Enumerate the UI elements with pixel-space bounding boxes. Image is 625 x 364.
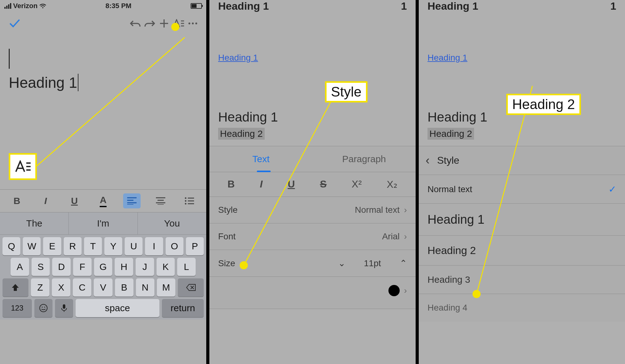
bold-button[interactable]: B	[8, 193, 26, 208]
subscript-button[interactable]: X₂	[387, 178, 397, 190]
italic-button[interactable]: I	[260, 178, 262, 190]
key-o[interactable]: O	[166, 237, 183, 255]
key-return[interactable]: return	[162, 299, 204, 317]
svg-point-3	[185, 197, 187, 199]
superscript-button[interactable]: X²	[352, 178, 362, 190]
style-option-h1[interactable]: Heading 1	[419, 204, 625, 236]
bold-button[interactable]: B	[228, 178, 235, 190]
predict-2[interactable]: I'm	[69, 212, 138, 234]
clock-label: 8:35 PM	[106, 2, 132, 10]
style-option-h4[interactable]: Heading 4	[419, 294, 625, 322]
size-value: 11pt	[364, 258, 381, 268]
redo-button[interactable]	[142, 16, 157, 31]
key-backspace[interactable]	[178, 278, 204, 297]
doc-header: Heading 1 1	[209, 0, 416, 15]
done-button[interactable]	[8, 16, 22, 31]
style-header-label: Style	[437, 155, 459, 166]
style-label: Style	[218, 205, 238, 215]
tab-text[interactable]: Text	[209, 146, 312, 172]
size-label: Size	[218, 258, 235, 268]
doc-header-count: 1	[610, 0, 616, 12]
key-y[interactable]: Y	[104, 237, 122, 255]
doc-header-title: Heading 1	[428, 0, 478, 12]
bullet-list-button[interactable]	[181, 193, 198, 208]
style-option-h3[interactable]: Heading 3	[419, 266, 625, 294]
key-a[interactable]: A	[11, 258, 29, 276]
text-cursor	[9, 49, 10, 69]
insert-button[interactable]	[157, 16, 171, 31]
key-space[interactable]: space	[76, 299, 159, 317]
callout-dot	[240, 261, 248, 269]
size-decrease[interactable]: ⌄	[338, 258, 345, 268]
toc-link[interactable]: Heading 1	[419, 15, 625, 63]
svg-point-5	[185, 203, 187, 205]
key-w[interactable]: W	[23, 237, 41, 255]
key-t[interactable]: T	[84, 237, 102, 255]
doc-heading1: Heading 1	[9, 74, 77, 91]
key-emoji[interactable]	[34, 299, 52, 317]
key-j[interactable]: J	[136, 258, 154, 276]
doc-header-title: Heading 1	[218, 0, 269, 12]
svg-point-6	[40, 304, 47, 312]
key-i[interactable]: I	[145, 237, 163, 255]
callout-dot	[472, 290, 481, 298]
key-c[interactable]: C	[73, 278, 91, 297]
key-z[interactable]: Z	[31, 278, 49, 297]
key-l[interactable]: L	[177, 258, 196, 276]
document-preview[interactable]: Heading 1 Heading 2	[209, 63, 416, 146]
key-m[interactable]: M	[157, 278, 175, 297]
font-row[interactable]: Font Arial›	[209, 223, 416, 250]
status-bar: Verizon 8:35 PM	[0, 0, 206, 11]
key-x[interactable]: X	[52, 278, 70, 297]
svg-rect-9	[63, 304, 65, 309]
font-value: Arial	[382, 232, 400, 242]
align-left-button[interactable]	[123, 193, 141, 208]
battery-icon	[191, 3, 202, 9]
format-tabs: Text Paragraph	[209, 146, 416, 172]
key-d[interactable]: D	[52, 258, 71, 276]
key-u[interactable]: U	[125, 237, 142, 255]
key-h[interactable]: H	[115, 258, 133, 276]
style-option-normal[interactable]: Normal text ✓	[419, 175, 625, 204]
more-button[interactable]	[186, 16, 200, 31]
preview-heading2-selected: Heading 2	[218, 128, 265, 140]
key-s[interactable]: S	[32, 258, 50, 276]
key-shift[interactable]	[2, 278, 28, 297]
italic-button[interactable]: I	[37, 193, 54, 208]
key-f[interactable]: F	[73, 258, 92, 276]
key-mic[interactable]	[55, 299, 73, 317]
style-option-h2[interactable]: Heading 2	[419, 236, 625, 266]
key-q[interactable]: Q	[2, 237, 20, 255]
back-button[interactable]: ‹	[426, 154, 430, 167]
toc-link[interactable]: Heading 1	[209, 15, 416, 63]
style-row[interactable]: Style Normal text›	[209, 197, 416, 223]
key-b[interactable]: B	[115, 278, 133, 297]
key-k[interactable]: K	[157, 258, 175, 276]
text-color-row[interactable]: ›	[209, 277, 416, 309]
key-numbers[interactable]: 123	[2, 299, 32, 317]
key-p[interactable]: P	[186, 237, 204, 255]
font-label: Font	[218, 232, 236, 242]
text-format-row: B I U S X² X₂	[209, 172, 416, 197]
key-e[interactable]: E	[43, 237, 61, 255]
wifi-icon	[39, 3, 46, 8]
key-g[interactable]: G	[94, 258, 112, 276]
panel-text-format: Heading 1 1 Heading 1 Heading 1 Heading …	[209, 0, 416, 364]
key-r[interactable]: R	[64, 237, 82, 255]
panel-style-picker: Heading 1 1 Heading 1 Heading 1 Heading …	[419, 0, 625, 364]
tab-paragraph[interactable]: Paragraph	[312, 146, 416, 172]
svg-point-4	[185, 200, 187, 202]
key-n[interactable]: N	[136, 278, 154, 297]
predict-3[interactable]: You	[138, 212, 206, 234]
callout-format-icon	[9, 153, 37, 180]
align-center-button[interactable]	[152, 193, 169, 208]
underline-button[interactable]: U	[66, 193, 83, 208]
carrier-label: Verizon	[13, 2, 38, 10]
chevron-right-icon: ›	[404, 205, 407, 215]
undo-button[interactable]	[128, 16, 142, 31]
predict-1[interactable]: The	[0, 212, 69, 234]
strike-button[interactable]: S	[320, 178, 327, 190]
text-color-button[interactable]: A	[94, 193, 112, 208]
size-increase[interactable]: ⌃	[400, 258, 407, 268]
key-v[interactable]: V	[94, 278, 112, 297]
